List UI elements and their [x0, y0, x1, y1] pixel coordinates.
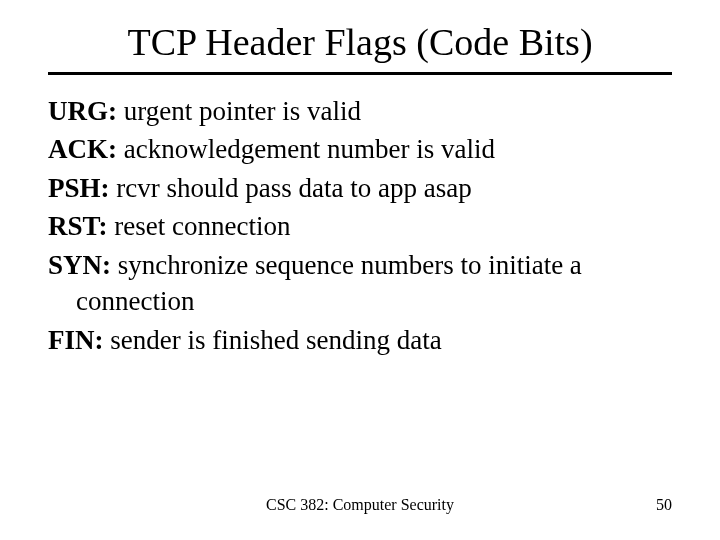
flag-desc: acknowledgement number is valid [117, 134, 495, 164]
list-item: RST: reset connection [48, 208, 672, 244]
list-item: SYN: synchronize sequence numbers to ini… [48, 247, 672, 320]
list-item: ACK: acknowledgement number is valid [48, 131, 672, 167]
flag-name: FIN: [48, 325, 104, 355]
flag-desc: sender is finished sending data [104, 325, 442, 355]
flag-desc: synchronize sequence numbers to initiate… [76, 250, 582, 316]
list-item: URG: urgent pointer is valid [48, 93, 672, 129]
list-item: PSH: rcvr should pass data to app asap [48, 170, 672, 206]
title-underline [48, 72, 672, 75]
flag-name: RST: [48, 211, 108, 241]
footer-course: CSC 382: Computer Security [0, 496, 720, 514]
flag-desc: urgent pointer is valid [117, 96, 361, 126]
flag-name: URG: [48, 96, 117, 126]
footer: CSC 382: Computer Security 50 [0, 496, 720, 516]
slide-title: TCP Header Flags (Code Bits) [48, 20, 672, 64]
flag-name: SYN: [48, 250, 111, 280]
list-item: FIN: sender is finished sending data [48, 322, 672, 358]
flag-name: ACK: [48, 134, 117, 164]
footer-page-number: 50 [656, 496, 672, 514]
flag-desc: reset connection [108, 211, 291, 241]
slide: TCP Header Flags (Code Bits) URG: urgent… [0, 0, 720, 540]
flag-name: PSH: [48, 173, 110, 203]
flag-desc: rcvr should pass data to app asap [110, 173, 472, 203]
slide-body: URG: urgent pointer is valid ACK: acknow… [48, 93, 672, 358]
